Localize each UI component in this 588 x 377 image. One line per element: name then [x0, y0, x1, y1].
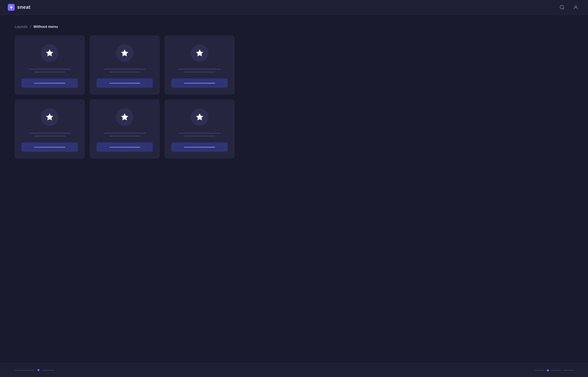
card-button-1[interactable]	[22, 78, 78, 88]
card-line-secondary	[34, 136, 65, 137]
card-line-secondary	[184, 71, 215, 72]
main-content: Layouts / Without menu	[0, 15, 588, 363]
card-button-6[interactable]	[171, 142, 228, 152]
footer-right-line-2	[551, 370, 561, 371]
footer-line-left	[15, 370, 34, 371]
layout-card-1[interactable]	[15, 35, 85, 94]
cards-grid	[15, 35, 235, 159]
card-icon-circle-5	[116, 108, 133, 126]
card-line-primary	[178, 133, 221, 134]
layout-card-5[interactable]	[90, 99, 160, 159]
card-lines-5	[96, 133, 153, 137]
footer-line-right	[43, 370, 55, 371]
footer-right-line-1	[535, 370, 544, 371]
card-button-indicator	[184, 147, 215, 148]
svg-marker-4	[196, 49, 203, 57]
layout-card-2[interactable]	[90, 35, 160, 94]
card-button-indicator	[109, 147, 140, 148]
breadcrumb: Layouts / Without menu	[15, 24, 573, 29]
app-header: sneat	[0, 0, 588, 15]
breadcrumb-parent[interactable]: Layouts	[15, 24, 28, 29]
search-icon[interactable]	[558, 3, 566, 12]
card-line-secondary	[109, 136, 140, 137]
card-line-secondary	[34, 71, 65, 72]
card-lines-1	[22, 69, 78, 72]
layout-card-6[interactable]	[165, 99, 235, 159]
footer-left: ♥	[15, 368, 55, 373]
card-button-indicator	[34, 83, 65, 83]
header-actions	[558, 3, 580, 12]
footer-dot	[547, 369, 549, 371]
card-lines-2	[96, 69, 153, 72]
card-button-3[interactable]	[171, 78, 228, 88]
card-line-primary	[29, 69, 71, 70]
card-button-indicator	[109, 83, 140, 83]
svg-marker-6	[121, 113, 128, 120]
logo-area: sneat	[8, 4, 31, 11]
breadcrumb-current: Without menu	[34, 24, 58, 29]
app-footer: ♥	[0, 363, 588, 377]
svg-marker-7	[196, 113, 203, 120]
card-line-secondary	[184, 136, 215, 137]
card-lines-4	[22, 133, 78, 137]
card-line-primary	[103, 133, 146, 134]
svg-point-0	[560, 5, 564, 9]
card-lines-3	[171, 69, 228, 72]
card-icon-circle-2	[116, 44, 133, 62]
card-icon-circle-1	[41, 44, 59, 62]
footer-right	[535, 369, 573, 371]
breadcrumb-separator: /	[30, 24, 31, 29]
card-line-primary	[29, 133, 71, 134]
svg-point-1	[575, 5, 576, 7]
layout-card-4[interactable]	[15, 99, 85, 159]
card-button-4[interactable]	[22, 142, 78, 152]
card-button-indicator	[34, 147, 65, 148]
logo-text: sneat	[17, 4, 31, 10]
card-button-2[interactable]	[96, 78, 153, 88]
svg-marker-5	[46, 113, 53, 120]
card-line-secondary	[109, 71, 140, 72]
card-button-5[interactable]	[96, 142, 153, 152]
card-icon-circle-4	[41, 108, 59, 126]
card-icon-circle-6	[191, 108, 209, 126]
svg-marker-2	[46, 49, 53, 57]
user-avatar-icon[interactable]	[571, 3, 580, 12]
footer-heart-icon: ♥	[37, 368, 40, 373]
logo-icon	[8, 4, 15, 11]
card-button-indicator	[184, 83, 215, 83]
svg-marker-3	[121, 49, 128, 57]
card-icon-circle-3	[191, 44, 209, 62]
card-line-primary	[178, 69, 221, 70]
footer-right-line-3	[564, 370, 573, 371]
card-lines-6	[171, 133, 228, 137]
card-line-primary	[103, 69, 146, 70]
layout-card-3[interactable]	[165, 35, 235, 94]
